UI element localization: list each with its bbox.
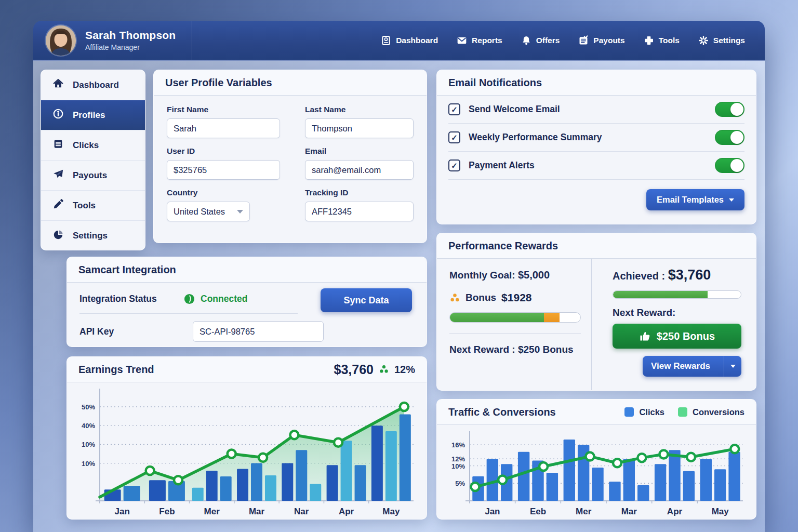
svg-text:Mer: Mer bbox=[204, 507, 220, 516]
nav-item-settings[interactable]: Settings bbox=[698, 35, 745, 46]
legend-item-clicks: Clicks bbox=[624, 407, 664, 417]
sync-data-button[interactable]: Sync Data bbox=[321, 288, 412, 312]
card-title: User Profile Variables bbox=[165, 77, 272, 89]
user-role: Affiliate Manager bbox=[85, 43, 176, 51]
nav-item-tools[interactable]: Tools bbox=[644, 35, 680, 46]
pie-clock-icon bbox=[52, 229, 64, 243]
reports-icon bbox=[457, 35, 467, 46]
chevron-down-icon bbox=[729, 198, 734, 202]
email-input[interactable] bbox=[305, 160, 414, 180]
bonus-label: Bonus bbox=[466, 292, 496, 303]
last-name-label: Last Name bbox=[305, 105, 414, 114]
chart-legend: Clicks Conversions bbox=[624, 407, 744, 417]
sidebar-item-dashboard[interactable]: Dashboard bbox=[41, 70, 145, 100]
user-id-label: User ID bbox=[167, 147, 280, 156]
nav-item-payouts[interactable]: Payouts bbox=[578, 35, 624, 46]
api-key-row: API Key bbox=[79, 321, 414, 342]
notification-row-payment-alerts: Payment Alerts bbox=[448, 152, 744, 180]
welcome-email-toggle[interactable] bbox=[715, 102, 744, 117]
tracking-id-field: Tracking ID bbox=[305, 188, 414, 221]
user-identity: Sarah Thompson Affiliate Manager bbox=[85, 29, 176, 51]
chevron-down-icon bbox=[730, 365, 736, 368]
next-reward-label: Next Reward : bbox=[449, 344, 515, 355]
bonus-reward-button[interactable]: $250 Bonus bbox=[613, 324, 741, 349]
svg-text:Apr: Apr bbox=[667, 507, 683, 516]
country-select[interactable]: United States bbox=[167, 202, 250, 221]
pencil-icon bbox=[52, 198, 64, 212]
svg-text:Nar: Nar bbox=[294, 507, 309, 516]
sync-data-label: Sync Data bbox=[343, 295, 389, 306]
traffic-chart: 16%12%10%5%JanEebMerMarAprMay bbox=[445, 427, 749, 518]
svg-text:10%: 10% bbox=[451, 462, 465, 470]
payment-alerts-checkbox[interactable] bbox=[448, 159, 460, 171]
nav-item-reports[interactable]: Reports bbox=[457, 35, 502, 46]
connection-status: Connected bbox=[183, 293, 247, 305]
app-header: Sarah Thompson Affiliate Manager Dashboa… bbox=[33, 21, 765, 61]
user-id-input[interactable] bbox=[167, 160, 280, 180]
monthly-goal-line: Monthly Goal: $5,000 bbox=[449, 269, 581, 281]
sidebar-item-tools[interactable]: Tools bbox=[41, 191, 145, 221]
chevron-down-icon bbox=[237, 210, 243, 214]
svg-text:16%: 16% bbox=[451, 441, 465, 449]
monthly-goal-label: Monthly Goal: bbox=[449, 270, 515, 281]
thumbs-up-icon bbox=[639, 330, 650, 342]
tracking-id-input[interactable] bbox=[305, 202, 414, 221]
weekly-summary-checkbox[interactable] bbox=[448, 131, 460, 143]
earnings-total: $3,760 bbox=[334, 362, 374, 377]
user-profile-box[interactable]: Sarah Thompson Affiliate Manager bbox=[33, 21, 192, 60]
payment-alerts-toggle[interactable] bbox=[715, 158, 744, 173]
last-name-input[interactable] bbox=[305, 118, 414, 138]
sidebar-item-payouts[interactable]: Payouts bbox=[41, 161, 145, 191]
api-key-input[interactable] bbox=[193, 321, 324, 342]
traffic-header: Traffic & Conversions Clicks Conversions bbox=[437, 400, 756, 425]
nav-item-dashboard[interactable]: Dashboard bbox=[381, 35, 438, 46]
email-notifications-header: Email Notifications bbox=[437, 70, 756, 96]
goal-progress-orange-fill bbox=[544, 313, 560, 322]
sidebar-item-clicks[interactable]: Clicks bbox=[41, 130, 145, 161]
svg-text:40%: 40% bbox=[82, 422, 95, 430]
rewards-goal-column: Monthly Goal: $5,000 Bonus $1928 Nex bbox=[437, 259, 592, 390]
home-icon bbox=[52, 78, 64, 92]
nav-item-offers[interactable]: Offers bbox=[521, 35, 560, 46]
user-profile-card-header: User Profile Variables bbox=[154, 70, 427, 96]
sidebar-item-profiles[interactable]: Profiles bbox=[41, 100, 145, 130]
avatar-illustration bbox=[46, 25, 76, 56]
card-title: Earnings Trend bbox=[78, 364, 154, 376]
api-key-label: API Key bbox=[79, 326, 183, 337]
profile-info-icon bbox=[52, 108, 64, 122]
nav-label: Tools bbox=[659, 36, 680, 45]
sidebar-label: Profiles bbox=[73, 110, 105, 121]
next-reward2-label: Next Reward: bbox=[613, 307, 741, 318]
earnings-delta: 12% bbox=[394, 364, 415, 376]
notification-row-welcome-email: Send Welcome Email bbox=[448, 96, 744, 124]
bell-icon bbox=[521, 35, 531, 46]
user-name: Sarah Thompson bbox=[85, 29, 176, 42]
sidebar-label: Settings bbox=[73, 231, 108, 241]
sidebar-item-settings[interactable]: Settings bbox=[41, 221, 145, 250]
svg-text:May: May bbox=[382, 507, 400, 516]
svg-text:Mer: Mer bbox=[576, 507, 592, 516]
nav-label: Settings bbox=[713, 36, 745, 45]
view-rewards-button[interactable]: View Rewards bbox=[643, 356, 741, 377]
card-title: Email Notifications bbox=[448, 77, 542, 89]
performance-rewards-card: Performance Rewards Monthly Goal: $5,000… bbox=[436, 233, 756, 391]
clicks-swatch bbox=[624, 407, 634, 417]
earnings-chart-area: 50%40%10%10%JanFebMerMarNarAprMay bbox=[67, 382, 427, 521]
view-rewards-arrow[interactable] bbox=[724, 356, 741, 377]
first-name-input[interactable] bbox=[167, 118, 280, 138]
svg-text:50%: 50% bbox=[82, 403, 95, 411]
svg-text:Eeb: Eeb bbox=[530, 507, 546, 516]
earnings-header: Earnings Trend $3,760 12% bbox=[67, 357, 427, 382]
goal-progress-green-fill bbox=[450, 313, 544, 322]
welcome-email-checkbox[interactable] bbox=[448, 103, 460, 115]
card-title: Samcart Integration bbox=[78, 264, 176, 276]
samcart-header: Samcart Integration bbox=[67, 257, 427, 283]
earnings-chart: 50%40%10%10%JanFebMerMarNarAprMay bbox=[75, 384, 420, 518]
email-label: Email bbox=[305, 147, 414, 156]
main-content: Dashboard Profiles Clicks Payouts bbox=[33, 61, 765, 532]
weekly-summary-toggle[interactable] bbox=[715, 130, 744, 145]
email-notifications-card: Email Notifications Send Welcome Email W… bbox=[436, 70, 756, 224]
sidebar-label: Clicks bbox=[73, 140, 99, 151]
email-templates-button[interactable]: Email Templates bbox=[646, 189, 744, 210]
traffic-chart-area: 16%12%10%5%JanEebMerMarAprMay bbox=[437, 425, 756, 521]
